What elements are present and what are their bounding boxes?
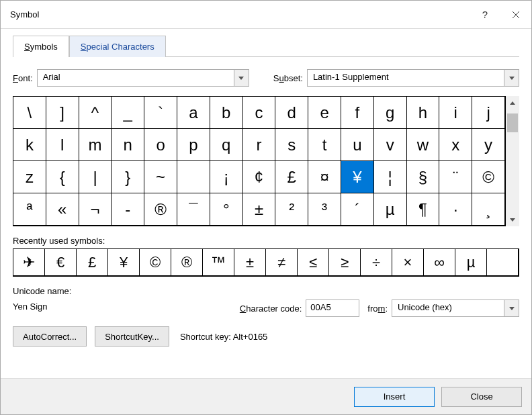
recent-symbol-cell[interactable]: ± <box>234 249 266 276</box>
tab-special-characters[interactable]: Special Characters <box>69 36 166 57</box>
symbol-cell[interactable]: u <box>341 129 374 161</box>
symbol-grid[interactable]: \]^_`abcdefghijklmnopqrstuvwxyz{|}~¡¢£¤¥… <box>13 96 506 226</box>
recent-symbol-cell[interactable]: µ <box>455 249 487 276</box>
symbol-cell[interactable]: m <box>79 129 112 161</box>
symbol-cell[interactable]: w <box>407 129 440 161</box>
chevron-down-icon[interactable] <box>504 70 519 86</box>
symbol-cell[interactable]: i <box>439 97 472 129</box>
symbol-cell[interactable]: v <box>374 129 407 161</box>
symbol-cell[interactable]: s <box>275 129 308 161</box>
symbol-cell[interactable]: - <box>112 193 144 226</box>
recent-symbol-cell[interactable]: ® <box>171 249 203 276</box>
symbol-cell[interactable]: ³ <box>308 193 341 226</box>
symbol-cell[interactable]: ¤ <box>308 161 341 193</box>
recent-symbol-cell[interactable]: € <box>45 249 77 276</box>
symbol-cell[interactable]: ¯ <box>177 193 210 226</box>
symbol-cell[interactable]: ° <box>210 193 243 226</box>
recent-symbol-cell[interactable]: £ <box>77 249 108 276</box>
symbol-cell[interactable]: h <box>407 97 440 129</box>
scroll-up-button[interactable] <box>506 96 519 109</box>
symbol-cell[interactable]: a <box>177 97 210 129</box>
symbol-cell[interactable]: ¬ <box>79 193 112 226</box>
symbol-cell[interactable]: ¡ <box>210 161 243 193</box>
symbol-cell[interactable]: z <box>13 161 46 193</box>
recent-symbol-cell[interactable]: ≠ <box>266 249 298 276</box>
close-button[interactable]: Close <box>441 387 522 407</box>
symbol-cell[interactable]: µ <box>374 193 407 226</box>
symbol-cell[interactable]: ` <box>144 97 177 129</box>
recently-used-label: Recently used symbols: <box>13 236 519 246</box>
recent-grid[interactable]: ✈€£¥©®™±≠≤≥÷×∞µ <box>13 248 519 277</box>
symbol-cell[interactable]: q <box>210 129 243 161</box>
recent-symbol-cell[interactable]: × <box>392 249 424 276</box>
chevron-down-icon[interactable] <box>504 300 519 316</box>
symbol-cell[interactable]: ® <box>144 193 177 226</box>
symbol-cell[interactable]: ~ <box>144 161 177 193</box>
symbol-cell[interactable]: r <box>243 129 276 161</box>
symbol-cell[interactable]: c <box>243 97 276 129</box>
symbol-cell[interactable]: n <box>112 129 144 161</box>
symbol-cell[interactable]: ² <box>275 193 308 226</box>
recent-symbol-cell[interactable]: ≥ <box>329 249 361 276</box>
symbol-cell[interactable]: ± <box>243 193 276 226</box>
recent-symbol-cell[interactable]: ≤ <box>298 249 329 276</box>
symbol-cell[interactable]: · <box>439 193 472 226</box>
font-combo[interactable]: Arial <box>37 69 249 87</box>
help-button[interactable]: ? <box>470 1 500 29</box>
shortcut-key-button[interactable]: Shortcut Key... <box>95 326 169 347</box>
symbol-cell[interactable]: ] <box>46 97 79 129</box>
chevron-down-icon[interactable] <box>234 70 249 86</box>
symbol-cell[interactable]: b <box>210 97 243 129</box>
symbol-cell[interactable]: \ <box>13 97 46 129</box>
symbol-cell[interactable]: £ <box>275 161 308 193</box>
symbol-cell[interactable]: _ <box>112 97 144 129</box>
symbol-cell[interactable]: ´ <box>341 193 374 226</box>
symbol-cell[interactable]: } <box>112 161 144 193</box>
recent-symbol-cell[interactable]: ÷ <box>361 249 392 276</box>
recent-symbol-cell[interactable]: ∞ <box>424 249 455 276</box>
symbol-cell[interactable]: § <box>407 161 440 193</box>
symbol-cell[interactable]: f <box>341 97 374 129</box>
symbol-cell[interactable]: ^ <box>79 97 112 129</box>
symbol-cell[interactable]: d <box>275 97 308 129</box>
symbol-cell[interactable]: o <box>144 129 177 161</box>
symbol-cell[interactable]: l <box>46 129 79 161</box>
symbol-cell[interactable]: © <box>472 161 505 193</box>
scroll-down-button[interactable] <box>506 213 519 226</box>
symbol-cell[interactable]: j <box>472 97 505 129</box>
recent-symbol-cell[interactable] <box>487 249 519 276</box>
symbol-cell[interactable]: y <box>472 129 505 161</box>
symbol-cell[interactable]: ¢ <box>243 161 276 193</box>
symbol-cell[interactable]: k <box>13 129 46 161</box>
grid-scrollbar[interactable] <box>506 96 519 226</box>
insert-button[interactable]: Insert <box>354 387 435 407</box>
symbol-cell[interactable]: p <box>177 129 210 161</box>
scrollbar-thumb[interactable] <box>507 113 518 132</box>
symbol-cell[interactable]: ¶ <box>407 193 440 226</box>
recent-symbol-cell[interactable]: ✈ <box>13 249 45 276</box>
symbol-cell[interactable]: | <box>79 161 112 193</box>
from-combo[interactable]: Unicode (hex) <box>392 299 519 317</box>
symbol-cell[interactable]: g <box>374 97 407 129</box>
symbol-cell[interactable]: ¦ <box>374 161 407 193</box>
symbol-cell[interactable]: « <box>46 193 79 226</box>
recent-symbol-cell[interactable]: ¥ <box>108 249 140 276</box>
from-label: from: <box>367 304 388 314</box>
subset-combo[interactable]: Latin-1 Supplement <box>307 69 519 87</box>
symbol-cell[interactable]: ¥ <box>341 161 374 193</box>
recent-symbol-cell[interactable]: © <box>140 249 171 276</box>
recent-symbol-cell[interactable]: ™ <box>203 249 234 276</box>
symbol-cell[interactable]: ª <box>13 193 46 226</box>
symbol-cell[interactable]: e <box>308 97 341 129</box>
symbol-cell[interactable]: x <box>439 129 472 161</box>
character-code-input[interactable]: 00A5 <box>306 299 359 317</box>
symbol-cell[interactable]: ¨ <box>439 161 472 193</box>
tab-symbols[interactable]: Symbols <box>13 36 69 57</box>
symbol-cell[interactable] <box>177 161 210 193</box>
symbol-cell[interactable]: { <box>46 161 79 193</box>
symbol-cell[interactable]: t <box>308 129 341 161</box>
symbol-cell[interactable]: ¸ <box>472 193 505 226</box>
autocorrect-button[interactable]: AutoCorrect... <box>13 326 87 347</box>
from-combo-value: Unicode (hex) <box>392 300 504 316</box>
close-window-button[interactable] <box>500 1 531 29</box>
